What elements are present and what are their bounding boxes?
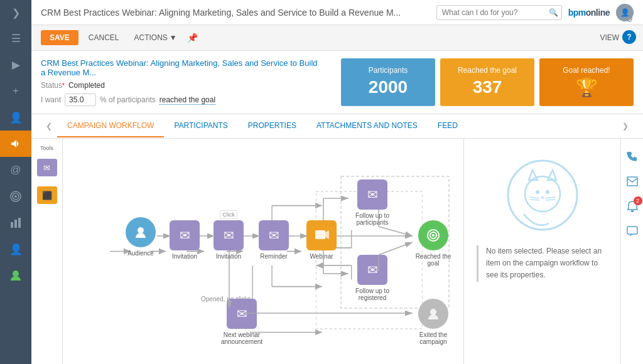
svg-point-24 [138, 227, 144, 233]
svg-rect-5 [18, 218, 21, 228]
sidebar-item-target[interactable] [0, 183, 31, 210]
svg-line-57 [546, 197, 555, 198]
invitation1-label: Invitation [172, 253, 197, 260]
workflow-canvas[interactable]: Audience ✉ Invitation Click ✉ Invitation [63, 139, 463, 364]
svg-rect-59 [627, 177, 637, 186]
target-icon [10, 191, 21, 202]
node-reminder[interactable]: ✉ Reminder [259, 220, 289, 260]
svg-rect-60 [627, 227, 637, 234]
sidebar-item-user[interactable]: 👤 [0, 104, 31, 131]
tab-participants[interactable]: PARTICIPANTS [164, 115, 237, 137]
tab-properties[interactable]: PROPERTIES [238, 115, 306, 137]
tab-feed[interactable]: FEED [428, 115, 468, 137]
node-followup-participants[interactable]: ✉ Follow up to participants [347, 179, 397, 226]
invitation2-shape: Click ✉ [213, 220, 244, 250]
tools-panel: Tools ✉ ⬛ [31, 139, 63, 364]
chevron-down-icon: ▼ [170, 33, 177, 42]
infobar: CRM Best Practices Webinar: Aligning Mar… [31, 51, 643, 114]
goal-value-input[interactable] [65, 94, 96, 106]
tool-email[interactable]: ✉ [36, 156, 58, 179]
goal-unit-label: % of participants [100, 95, 156, 104]
sidebar-item-play[interactable]: ▶ [0, 51, 31, 78]
search-wrapper: 🔍 [436, 5, 562, 20]
sidebar-item-green-user[interactable] [0, 262, 31, 289]
tool-event[interactable]: ⬛ [36, 184, 58, 206]
search-input[interactable] [436, 5, 562, 20]
megaphone-icon [9, 137, 22, 150]
sidebar-item-add[interactable]: + [0, 78, 31, 104]
phone-icon[interactable] [621, 145, 644, 168]
node-invitation1[interactable]: ✉ Invitation [170, 220, 200, 260]
exited-label: Exited the campaign [411, 331, 455, 345]
next-webinar-shape: ✉ [227, 299, 257, 329]
logo: bpmonline [568, 8, 610, 18]
notification-icon[interactable]: 2 [621, 195, 644, 218]
tab-scroll-left[interactable]: ❮ [41, 114, 57, 138]
main-area: CRM Best Practices Webinar: Aligning Mar… [31, 0, 643, 364]
tab-campaign-workflow[interactable]: CAMPAIGN WORKFLOW [57, 115, 164, 137]
actions-button[interactable]: ACTIONS ▼ [129, 30, 181, 45]
sidebar-collapse-button[interactable]: ❯ [0, 0, 31, 25]
followup-registered-label: Follow up to registered [347, 287, 397, 301]
node-reached-goal[interactable]: Reached the goal [411, 220, 455, 267]
tools-label: Tools [40, 145, 53, 151]
next-webinar-label: Next webinar announcement [213, 331, 270, 345]
email-tool-icon: ✉ [37, 159, 57, 176]
search-icon: 🔍 [549, 8, 558, 17]
notification-badge: 2 [634, 196, 642, 205]
sidebar: ❯ ☰ ▶ + 👤 @ 👤 [0, 0, 31, 364]
tabs: ❮ CAMPAIGN WORKFLOW PARTICIPANTS PROPERT… [31, 114, 643, 139]
reached-goal-shape [418, 220, 448, 250]
followup-registered-shape: ✉ [357, 255, 387, 285]
svg-point-52 [536, 190, 539, 194]
svg-line-55 [530, 197, 539, 198]
audience-label: Audience [127, 250, 154, 257]
node-audience[interactable]: Audience [126, 217, 156, 257]
webinar-shape [306, 220, 337, 250]
svg-point-49 [525, 176, 560, 211]
help-icon[interactable]: ? [622, 30, 636, 44]
status-value: Completed [68, 81, 105, 90]
followup-participants-label: Follow up to participants [347, 212, 397, 226]
toolbar: SAVE CANCEL ACTIONS ▼ 📌 VIEW ▼ [31, 25, 643, 51]
sidebar-item-email[interactable]: @ [0, 157, 31, 183]
stat-card-goal-reached: Goal reached! 🏆 [539, 58, 634, 106]
node-webinar[interactable]: Webinar [306, 220, 337, 260]
exited-shape [418, 299, 448, 329]
tab-attachments-notes[interactable]: ATTACHMENTS AND NOTES [306, 115, 428, 137]
stat-card-participants: Participants 2000 [341, 58, 435, 106]
topbar-left: CRM Best Practices Webinar: Aligning Mar… [41, 8, 436, 18]
sidebar-item-home[interactable]: ☰ [0, 25, 31, 51]
pin-icon[interactable]: 📌 [187, 33, 198, 43]
sidebar-item-contacts[interactable]: 👤 [0, 236, 31, 262]
status-label: Status* [41, 81, 65, 90]
svg-point-48 [508, 161, 577, 230]
svg-point-29 [432, 234, 435, 237]
event-tool-icon: ⬛ [37, 186, 57, 204]
svg-marker-26 [325, 230, 329, 239]
email-icon[interactable] [621, 170, 644, 193]
svg-line-58 [546, 200, 555, 200]
node-next-webinar[interactable]: ✉ Next webinar announcement [213, 299, 270, 345]
node-followup-registered[interactable]: ✉ Follow up to registered [347, 255, 397, 301]
topbar: CRM Best Practices Webinar: Aligning Mar… [31, 0, 643, 25]
sidebar-item-campaigns[interactable] [0, 131, 31, 157]
bar-chart-icon [10, 217, 21, 228]
gear-icon[interactable]: ⚙ [620, 10, 638, 28]
cancel-button[interactable]: CANCEL [84, 30, 124, 45]
sidebar-item-chart[interactable] [0, 210, 31, 236]
node-invitation2[interactable]: Click ✉ Invitation [213, 220, 244, 260]
tab-scroll-right[interactable]: ❯ [617, 114, 634, 138]
reminder-label: Reminder [260, 253, 287, 260]
goal-i-want-label: I want [41, 95, 61, 104]
node-exited[interactable]: Exited the campaign [411, 299, 455, 345]
audience-shape [126, 217, 156, 247]
far-right-panel: 2 [620, 139, 643, 364]
stat-goal-reached-label: Goal reached! [549, 66, 624, 75]
infobar-left: CRM Best Practices Webinar: Aligning Mar… [41, 58, 336, 106]
chat-icon[interactable] [621, 220, 644, 243]
goal-condition-label: reached the goal [159, 95, 215, 105]
svg-point-53 [546, 190, 549, 194]
campaign-title: CRM Best Practices Webinar: Aligning Mar… [41, 58, 323, 77]
save-button[interactable]: SAVE [41, 30, 78, 45]
